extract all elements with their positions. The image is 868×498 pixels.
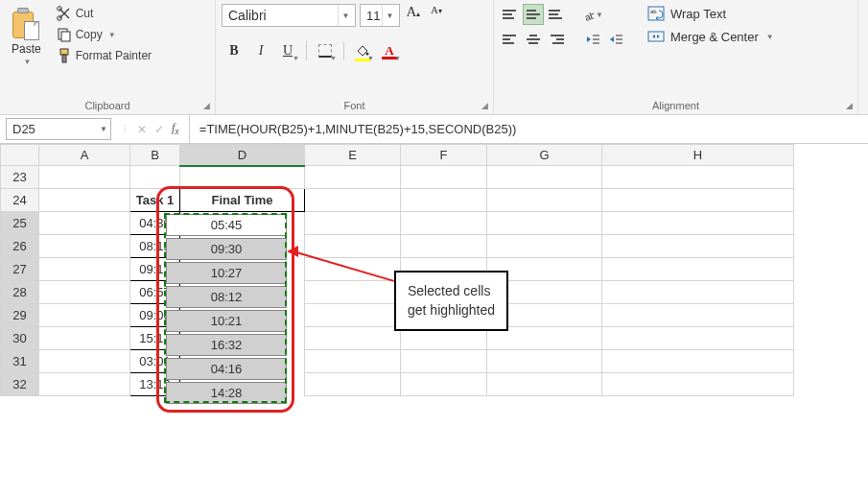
cell[interactable]: Final Time: [180, 189, 305, 212]
cell[interactable]: [602, 189, 794, 212]
bold-button[interactable]: B: [222, 38, 246, 63]
col-header-H[interactable]: H: [602, 145, 794, 166]
cell[interactable]: [401, 235, 487, 258]
dialog-launcher-font[interactable]: ◢: [478, 99, 491, 112]
cell[interactable]: [401, 166, 487, 189]
col-header-F[interactable]: F: [401, 145, 487, 166]
paste-button[interactable]: Paste ▼: [6, 4, 47, 70]
col-header-E[interactable]: E: [305, 145, 401, 166]
copy-button[interactable]: Copy ▼: [53, 25, 155, 44]
row-header-23[interactable]: 23: [1, 166, 39, 189]
cell[interactable]: [39, 304, 130, 327]
cell[interactable]: [39, 166, 130, 189]
align-middle-button[interactable]: [523, 4, 544, 25]
merge-center-button[interactable]: Merge & Center ▼: [644, 27, 778, 46]
row-header-24[interactable]: 24: [1, 189, 39, 212]
cell[interactable]: 13:13: [130, 373, 180, 396]
align-top-button[interactable]: [500, 4, 521, 25]
cell[interactable]: [180, 304, 305, 327]
format-painter-button[interactable]: Format Painter: [53, 46, 155, 65]
col-header-A[interactable]: A: [39, 145, 130, 166]
cell[interactable]: [305, 189, 401, 212]
fill-color-button[interactable]: ▼: [350, 38, 375, 63]
cell[interactable]: 09:12: [130, 258, 180, 281]
cell[interactable]: [180, 350, 305, 373]
cell[interactable]: 09:06: [130, 304, 180, 327]
cell[interactable]: [305, 281, 401, 304]
row-header-27[interactable]: 27: [1, 258, 39, 281]
formula-bar-input[interactable]: =TIME(HOUR(B25)+1,MINUTE(B25)+15,SECOND(…: [189, 115, 868, 143]
decrease-indent-button[interactable]: [582, 29, 603, 50]
cell[interactable]: [39, 235, 130, 258]
font-name-combo[interactable]: Calibri ▼: [222, 4, 356, 27]
cell[interactable]: [305, 166, 401, 189]
cell[interactable]: [602, 212, 794, 235]
chevron-down-icon[interactable]: ▼: [338, 5, 353, 26]
cell[interactable]: 08:15: [130, 235, 180, 258]
align-bottom-button[interactable]: [546, 4, 567, 25]
cell[interactable]: [180, 166, 305, 189]
cell[interactable]: [487, 350, 602, 373]
cancel-formula-button[interactable]: ✕: [137, 123, 147, 136]
dialog-launcher-alignment[interactable]: ◢: [842, 99, 856, 112]
cell[interactable]: [487, 166, 602, 189]
cell[interactable]: [305, 350, 401, 373]
col-header-D[interactable]: D: [180, 145, 305, 166]
align-left-button[interactable]: [500, 29, 521, 50]
wrap-text-button[interactable]: ab Wrap Text: [644, 4, 778, 23]
cell[interactable]: [401, 212, 487, 235]
col-header-B[interactable]: B: [130, 145, 180, 166]
row-header-31[interactable]: 31: [1, 350, 39, 373]
row-header-29[interactable]: 29: [1, 304, 39, 327]
row-header-26[interactable]: 26: [1, 235, 39, 258]
cell[interactable]: [305, 212, 401, 235]
chevron-down-icon[interactable]: ▼: [382, 5, 397, 26]
insert-function-button[interactable]: fx: [172, 121, 179, 136]
increase-indent-button[interactable]: [605, 29, 626, 50]
align-right-button[interactable]: [546, 29, 567, 50]
cut-button[interactable]: Cut: [53, 4, 155, 23]
cell[interactable]: [487, 373, 602, 396]
borders-button[interactable]: ▼: [313, 38, 338, 63]
cell[interactable]: [130, 166, 180, 189]
cell[interactable]: 06:57: [130, 281, 180, 304]
grow-font-button[interactable]: A▴: [404, 4, 423, 27]
cell[interactable]: [180, 212, 305, 235]
cell[interactable]: [39, 212, 130, 235]
row-header-28[interactable]: 28: [1, 281, 39, 304]
cell[interactable]: [401, 373, 487, 396]
cell[interactable]: [305, 235, 401, 258]
cell[interactable]: [39, 327, 130, 350]
shrink-font-button[interactable]: A▾: [427, 4, 446, 27]
cell[interactable]: 03:01: [130, 350, 180, 373]
cell[interactable]: [39, 350, 130, 373]
select-all-corner[interactable]: [1, 145, 39, 166]
cell[interactable]: 04:30: [130, 212, 180, 235]
orientation-button[interactable]: ab ▼: [582, 4, 603, 25]
cell[interactable]: [39, 258, 130, 281]
name-box[interactable]: D25 ▼: [6, 118, 111, 140]
cell[interactable]: [180, 258, 305, 281]
align-center-button[interactable]: [523, 29, 544, 50]
cell[interactable]: [602, 373, 794, 396]
chevron-down-icon[interactable]: ▼: [100, 125, 107, 133]
font-size-combo[interactable]: 11 ▼: [360, 4, 400, 27]
cell[interactable]: Task 1: [130, 189, 180, 212]
row-header-25[interactable]: 25: [1, 212, 39, 235]
cell[interactable]: [305, 304, 401, 327]
cell[interactable]: [305, 327, 401, 350]
cell[interactable]: [180, 235, 305, 258]
enter-formula-button[interactable]: ✓: [154, 123, 164, 136]
underline-button[interactable]: U▼: [275, 38, 300, 63]
col-header-G[interactable]: G: [487, 145, 602, 166]
row-header-30[interactable]: 30: [1, 327, 39, 350]
row-header-32[interactable]: 32: [1, 373, 39, 396]
cell[interactable]: [487, 235, 602, 258]
cell[interactable]: [602, 258, 794, 281]
font-color-button[interactable]: A ▼: [377, 38, 402, 63]
cell[interactable]: [602, 235, 794, 258]
cell[interactable]: [180, 281, 305, 304]
cell[interactable]: [602, 304, 794, 327]
cell[interactable]: [602, 166, 794, 189]
cell[interactable]: [180, 327, 305, 350]
